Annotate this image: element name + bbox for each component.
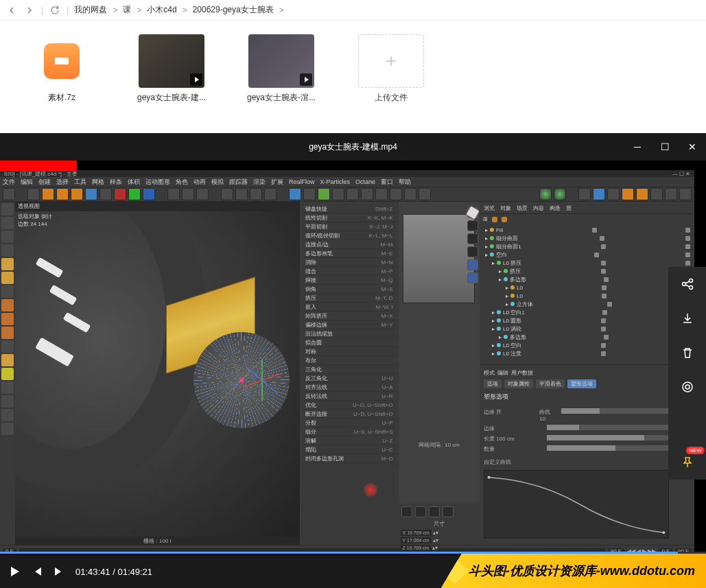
tool-icon[interactable] xyxy=(332,188,344,200)
tool-icon[interactable] xyxy=(429,506,440,517)
tool-icon[interactable] xyxy=(607,188,620,200)
object-tree-item[interactable]: ▸L0 注意 xyxy=(482,349,692,357)
menu-item[interactable]: 扩展 xyxy=(271,178,283,187)
menu-item[interactable]: RealFlow xyxy=(289,178,315,185)
context-menu-item[interactable]: 缝合M~P xyxy=(303,267,395,276)
tool-icon[interactable] xyxy=(1,272,14,284)
tool-icon[interactable] xyxy=(1,340,14,353)
menu-item[interactable]: X-Particles xyxy=(320,178,351,185)
tool-icon[interactable] xyxy=(467,259,478,270)
context-menu-item[interactable]: 反转法线U~R xyxy=(303,392,395,401)
tool-icon[interactable] xyxy=(303,188,316,200)
attr-tab[interactable]: 用户数据 xyxy=(511,369,533,377)
context-menu-item[interactable]: 优化U~O, U~Shift+O xyxy=(303,401,395,410)
download-button[interactable] xyxy=(668,301,706,336)
tool-icon[interactable] xyxy=(99,188,112,200)
nav-refresh-button[interactable] xyxy=(49,4,61,16)
object-tree-item[interactable]: ▸空白 xyxy=(482,250,692,259)
tool-move-icon[interactable] xyxy=(42,188,54,200)
menu-item[interactable]: 网格 xyxy=(92,178,104,187)
play-button[interactable] xyxy=(8,565,21,578)
tool-icon[interactable] xyxy=(622,188,634,200)
menu-item[interactable]: 文件 xyxy=(3,178,15,187)
tool-scale-icon[interactable] xyxy=(56,188,69,200)
tool-icon[interactable] xyxy=(264,188,276,200)
tool-icon[interactable] xyxy=(467,220,478,231)
tab[interactable]: 对象 xyxy=(500,204,511,212)
context-menu-item[interactable]: 对齐法线U~A xyxy=(303,383,395,392)
object-tree-item[interactable]: ▸多边形 xyxy=(482,333,692,341)
tool-icon[interactable] xyxy=(1,217,14,229)
context-menu-item[interactable]: 对称 xyxy=(303,347,395,356)
tool-icon[interactable] xyxy=(593,188,605,200)
tool-point-icon[interactable] xyxy=(1,299,14,311)
tool-icon[interactable] xyxy=(401,506,412,517)
delete-button[interactable] xyxy=(668,336,706,370)
minimize-button[interactable]: ─ xyxy=(624,133,651,161)
tool-icon[interactable] xyxy=(1,395,14,408)
object-tree-item[interactable]: ▸L0 xyxy=(482,292,692,300)
tool-x-icon[interactable] xyxy=(114,188,126,200)
tool-recycle-icon[interactable] xyxy=(539,188,552,200)
context-menu-item[interactable]: 断开连接U~D, U~Shift+D xyxy=(303,410,395,419)
breadcrumb-item[interactable]: 课 xyxy=(123,4,131,16)
tab[interactable]: 场景 xyxy=(517,204,528,212)
tab[interactable]: 浏览 xyxy=(484,204,495,212)
context-menu-item[interactable]: 键盘快捷Shift~Z xyxy=(303,204,395,213)
tool-edge-icon[interactable] xyxy=(1,313,14,325)
object-tree-item[interactable]: ▸L0 空白 xyxy=(482,341,692,349)
prev-button[interactable] xyxy=(32,566,43,577)
menu-item[interactable]: 选择 xyxy=(56,178,69,187)
object-tree-item[interactable]: ▸L0 xyxy=(482,283,692,292)
tool-icon[interactable] xyxy=(679,188,692,200)
object-tree-item[interactable]: ▸L0 圆形 xyxy=(482,316,692,325)
nav-forward-button[interactable] xyxy=(23,4,36,16)
tool-z-icon[interactable] xyxy=(143,188,155,200)
file-item-archive[interactable]: 素材.7z xyxy=(21,34,103,104)
context-menu-item[interactable]: 挤压M~T, D xyxy=(303,294,395,303)
context-menu-item[interactable]: 塌陷U~C xyxy=(303,445,395,454)
menu-item[interactable]: 渲染 xyxy=(253,178,266,187)
object-tree-item[interactable]: ▸挤压 xyxy=(482,267,692,275)
menu-item[interactable]: 跟踪器 xyxy=(229,178,248,187)
menu-item[interactable]: 样条 xyxy=(110,178,122,187)
settings-button[interactable] xyxy=(668,370,706,404)
size-row[interactable]: Y 17.004 cm▴▾ xyxy=(400,537,479,544)
tab[interactable]: 内容 xyxy=(533,204,544,212)
tool-icon[interactable] xyxy=(467,233,478,244)
tool-icon[interactable] xyxy=(1,258,14,270)
menu-item[interactable]: 角色 xyxy=(176,178,188,187)
breadcrumb-item[interactable]: 200629-geya女士腕表 xyxy=(193,4,274,16)
tool-icon[interactable] xyxy=(1,423,14,435)
menu-item[interactable]: 模拟 xyxy=(211,178,224,187)
size-row[interactable]: Z 19.769 cm▴▾ xyxy=(400,544,479,552)
tool-select-icon[interactable] xyxy=(27,188,40,200)
tab[interactable]: 构造 xyxy=(550,204,561,212)
share-button[interactable] xyxy=(668,267,706,301)
c4d-viewport[interactable]: 透视视图 选取对象 倒计 边数 24 144 xyxy=(15,202,300,545)
tool-icon[interactable] xyxy=(346,188,359,200)
object-tree-item[interactable]: ▸L0 挤压 xyxy=(482,259,692,267)
tool-icon[interactable] xyxy=(1,285,14,298)
object-tree-item[interactable]: ▸细分曲面 xyxy=(482,234,692,242)
tool-icon[interactable] xyxy=(415,506,426,517)
object-tree-item[interactable]: ▸L0 空白1 xyxy=(482,308,692,316)
tool-icon[interactable] xyxy=(467,272,478,283)
tool-icon[interactable] xyxy=(1,368,14,380)
menu-item[interactable]: 创建 xyxy=(38,178,51,187)
tool-y-icon[interactable] xyxy=(128,188,141,200)
tool-icon[interactable] xyxy=(375,188,388,200)
breadcrumb-item[interactable]: 我的网盘 xyxy=(74,4,107,16)
file-item-upload[interactable]: 上传文件 xyxy=(350,34,432,104)
file-item-video[interactable]: geya女士腕表-建... xyxy=(130,34,213,104)
context-menu-item[interactable]: 拟合圆 xyxy=(303,338,395,347)
close-button[interactable]: ✕ xyxy=(679,133,706,161)
tool-recycle-icon[interactable] xyxy=(554,188,566,200)
tool-rotate-icon[interactable] xyxy=(71,188,83,200)
context-menu-item[interactable]: 封闭多边形孔洞M~D xyxy=(303,454,395,463)
context-menu-item[interactable]: 分裂U~P xyxy=(303,419,395,427)
tool-icon[interactable] xyxy=(1,244,14,257)
tool-undo-icon[interactable] xyxy=(3,188,15,200)
attr-tab[interactable]: 塑形选项 xyxy=(567,379,596,388)
tool-icon[interactable] xyxy=(196,188,209,200)
